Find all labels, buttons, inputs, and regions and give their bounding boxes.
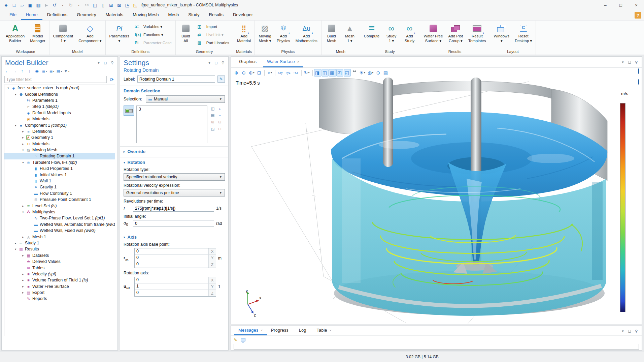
copy-selection-icon[interactable]: ◫ — [209, 105, 216, 112]
expand-arrow-icon[interactable]: ▸ — [21, 254, 26, 257]
float-panel-icon[interactable]: ◻ — [627, 328, 632, 334]
vector-input-row[interactable]: 0Y — [135, 255, 216, 261]
expand-arrow-icon[interactable]: ▸ — [21, 278, 26, 282]
vector-input-row[interactable]: 0Z — [135, 290, 216, 296]
plot-area[interactable]: Time=5.5 s m/s y x z — [231, 78, 642, 324]
expand-arrow-icon[interactable]: ▸ — [21, 142, 26, 146]
tree-item-results[interactable]: ▾ ▥ Results — [4, 246, 115, 252]
ribbon-tab[interactable]: Study — [183, 10, 204, 20]
tree-item-component-1[interactable]: ▾ ■ Component 1 (comp1) — [4, 122, 115, 128]
tree-item-rotating-domain-1[interactable]: ◔ Rotating Domain 1 — [4, 153, 115, 159]
close-tab-icon[interactable]: × — [297, 60, 299, 64]
tree-item-water-free-surface[interactable]: ▸ ■ Water Free Surface — [4, 283, 115, 290]
view-yz-icon[interactable]: ↑yz — [284, 69, 292, 77]
expand-all-icon[interactable]: ≣▾ — [41, 68, 47, 74]
tree-item-global-definitions[interactable]: ▾ ⊕ Global Definitions — [4, 91, 115, 97]
tree-item-root[interactable]: ▾ ◈ free_surface_mixer_ls.mph (root) — [4, 85, 115, 91]
bottom-panel-tab[interactable]: Table× — [312, 326, 336, 335]
panel-menu-icon[interactable]: ▾ — [620, 328, 625, 334]
add-to-selection-icon[interactable]: + — [216, 105, 223, 112]
vector-input-row[interactable]: 0Z — [135, 261, 216, 268]
delete-icon[interactable]: ⊠ — [115, 1, 123, 9]
axis-section-header[interactable]: ▾Axis — [124, 235, 225, 240]
tree-item-materials[interactable]: ▸ ∷ Materials — [4, 141, 115, 147]
brush-icon[interactable]: ◺ — [131, 1, 139, 9]
compute-button[interactable]: =Compute — [361, 21, 382, 44]
graphics-tab[interactable]: Water Surface× — [263, 57, 303, 67]
tree-item-derived-values[interactable]: ≐ Derived Values — [4, 259, 115, 265]
expand-arrow-icon[interactable]: ▾ — [13, 124, 18, 127]
copy-icon[interactable]: ◫ — [91, 1, 99, 9]
scene-windows-icon[interactable]: ◫ — [321, 69, 329, 77]
pin-panel-icon[interactable]: ⚲ — [109, 60, 115, 65]
zoom-in-icon[interactable]: ⊕ — [233, 69, 240, 77]
tree-item-materials-global[interactable]: ◉ Materials — [4, 116, 115, 122]
functions-button[interactable]: f(x)Functions ▾ — [132, 31, 174, 39]
pin-panel-icon[interactable]: ⚲ — [634, 59, 639, 65]
mesh-1-button[interactable]: ▲Mesh1 ▾ — [341, 21, 359, 44]
tree-filter-input[interactable] — [4, 76, 107, 83]
windows-button[interactable]: Windows▾ — [491, 21, 512, 44]
expand-arrow-icon[interactable]: ▸ — [21, 235, 26, 239]
close-tab-icon[interactable]: × — [261, 328, 263, 332]
expand-arrow-icon[interactable]: ▾ — [6, 86, 11, 90]
result-templates-button[interactable]: ↓ResultTemplates — [466, 21, 488, 44]
add-component-button[interactable]: ◇AddComponent ▾ — [76, 21, 104, 44]
tree-item-reports[interactable]: ✎ Reports — [4, 296, 115, 302]
expand-arrow-icon[interactable]: ▸ — [21, 291, 26, 294]
livelink-button[interactable]: ⇄LiveLink ▾ — [195, 31, 232, 39]
bottom-panel-tab[interactable]: Progress — [267, 326, 295, 335]
selection-list[interactable]: 3 — [136, 105, 207, 143]
transparency-icon[interactable]: ◨ — [314, 69, 321, 77]
velocity-expression-dropdown[interactable]: General revolutions per time▼ — [124, 189, 225, 197]
build-all-button[interactable]: BuildAll — [177, 21, 195, 44]
moving-mesh-button[interactable]: ▨MovingMesh ▾ — [256, 21, 274, 44]
environment-reflections-icon[interactable]: ◍▾ — [367, 69, 374, 77]
view-xz-icon[interactable]: ↑xz — [292, 69, 300, 77]
move-down-icon[interactable]: ↓ — [27, 68, 33, 74]
bottom-panel-tab[interactable]: Messages× — [234, 326, 267, 335]
component-button[interactable]: Component1 ▾ — [50, 21, 76, 44]
application-builder-button[interactable]: AApplicationBuilder — [3, 21, 27, 44]
pin-panel-icon[interactable]: ⚲ — [220, 60, 226, 65]
reset-desktop-button[interactable]: CResetDesktop ▾ — [512, 21, 535, 44]
expand-arrow-icon[interactable]: ▾ — [13, 93, 18, 96]
ribbon-tab[interactable]: Materials — [101, 10, 128, 20]
vector-input-row[interactable]: 0X — [135, 277, 216, 283]
minimize-button[interactable]: – — [598, 0, 613, 10]
close-tab-icon[interactable]: × — [330, 328, 332, 332]
float-panel-icon[interactable]: ◻ — [627, 59, 632, 65]
add-physics-button[interactable]: ⚛↓AddPhysics — [274, 21, 293, 44]
pencil-icon[interactable]: ✎ — [234, 337, 237, 342]
tree-item-definitions[interactable]: ▸ ≡ Definitions — [4, 128, 115, 134]
undo-dropdown-icon[interactable]: ▾ — [59, 1, 67, 9]
parameters-button[interactable]: PiParameters▾ — [107, 21, 132, 44]
print-icon[interactable]: ▤ — [382, 69, 389, 77]
tree-item-wall-1[interactable]: ▯ Wall 1 — [4, 178, 115, 184]
save-as-icon[interactable]: ▥ — [34, 1, 42, 9]
pin-panel-icon[interactable]: ⚲ — [634, 328, 639, 334]
expand-arrow-icon[interactable]: ▸ — [21, 130, 26, 133]
tree-item-pressure-point-constraint-1[interactable]: ⊟ Pressure Point Constraint 1 — [4, 197, 115, 203]
refresh-tree-icon[interactable]: ⟳ — [109, 77, 115, 83]
tree-item-export[interactable]: ▸ ▤ Export — [4, 290, 115, 296]
zoom-out-icon[interactable]: ⊖ — [240, 69, 247, 77]
graphics-tab[interactable]: Graphics — [235, 57, 263, 67]
redo-icon[interactable]: ↻ — [67, 1, 75, 9]
rotation-section-header[interactable]: ▾Rotation — [124, 160, 225, 165]
expand-arrow-icon[interactable]: ▸ — [21, 285, 26, 288]
select-box-icon[interactable]: ◳ — [209, 126, 216, 132]
tree-item-moving-mesh[interactable]: ▾ ▨ Moving Mesh — [4, 147, 115, 153]
add-material-button[interactable]: ⣿↓AddMaterial — [234, 21, 253, 44]
float-panel-icon[interactable]: ◻ — [213, 60, 219, 65]
tree-item-turbulent-flow[interactable]: ▾ ≋ Turbulent Flow, k-ε (spf) — [4, 159, 115, 165]
run-icon[interactable]: ▶ — [42, 1, 50, 9]
add-plot-group-button[interactable]: Add PlotGroup ▾ — [446, 21, 466, 44]
messages-output-line[interactable] — [234, 344, 639, 350]
expand-arrow-icon[interactable]: ▾ — [13, 247, 18, 251]
tree-item-fluid-properties-1[interactable]: ▮ Fluid Properties 1 — [4, 165, 115, 172]
rotate-camera-icon[interactable]: ↻▾ — [303, 69, 311, 77]
ribbon-tab[interactable]: File — [5, 10, 21, 20]
collapse-all-icon[interactable]: ≣▾ — [49, 68, 55, 74]
selection-dropdown[interactable]: ▬ Manual ▼ — [146, 95, 225, 103]
